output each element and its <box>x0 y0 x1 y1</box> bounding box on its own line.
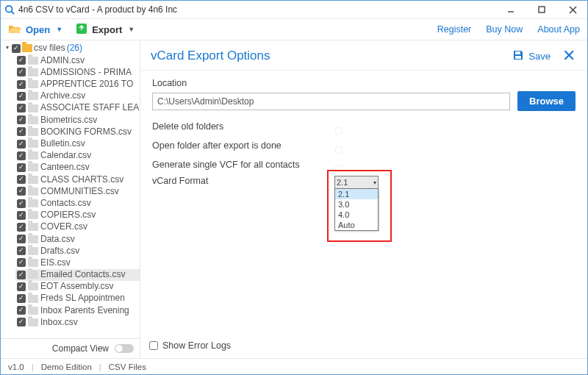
vcard-format-select[interactable]: 2.1 ▾ <box>334 176 379 189</box>
tree-item[interactable]: ADMIN.csv <box>15 54 140 66</box>
tree-root[interactable]: ▾ csv files (26) <box>1 42 140 54</box>
item-label: Contacts.csv <box>40 199 91 208</box>
item-label: BOOKING FORMS.csv <box>40 127 132 137</box>
buy-now-link[interactable]: Buy Now <box>486 24 523 35</box>
compact-view-label: Compact View <box>7 343 109 354</box>
item-checkbox[interactable] <box>17 199 26 208</box>
show-error-logs-checkbox[interactable] <box>149 341 158 350</box>
format-option[interactable]: 3.0 <box>335 199 378 210</box>
register-link[interactable]: Register <box>437 24 472 35</box>
export-icon <box>76 23 87 37</box>
folder-icon <box>28 307 38 315</box>
tree-item[interactable]: Archive.csv <box>15 90 140 102</box>
folder-icon <box>28 92 38 100</box>
folder-icon <box>28 259 38 267</box>
svg-point-0 <box>6 6 12 12</box>
item-checkbox[interactable] <box>17 163 26 172</box>
tree-item[interactable]: EIS.csv <box>15 257 140 268</box>
compact-view-row: Compact View <box>1 338 140 358</box>
folder-icon <box>28 128 38 136</box>
tree-item[interactable]: COMMUNITIES.csv <box>15 185 140 197</box>
item-label: Bulletin.csv <box>40 139 85 149</box>
collapse-icon[interactable]: ▾ <box>4 45 10 51</box>
item-label: Inbox Parents Evening <box>40 306 129 315</box>
item-checkbox[interactable] <box>17 223 26 232</box>
save-button[interactable]: Save <box>512 49 551 63</box>
item-checkbox[interactable] <box>17 211 26 220</box>
tree-item[interactable]: Bulletin.csv <box>15 138 140 150</box>
tree-item[interactable]: Drafts.csv <box>15 245 140 257</box>
item-checkbox[interactable] <box>17 140 26 149</box>
item-checkbox[interactable] <box>17 127 26 136</box>
item-label: ASSOCIATE STAFF LEA <box>40 103 139 113</box>
tree-item[interactable]: Biometrics.csv <box>15 114 140 126</box>
tree-item[interactable]: Data.csv <box>15 233 140 245</box>
folder-icon <box>28 247 38 255</box>
compact-view-toggle[interactable] <box>115 344 134 353</box>
folder-icon <box>28 282 38 290</box>
tree-item[interactable]: BOOKING FORMS.csv <box>15 126 140 138</box>
tree-item[interactable]: CLASS CHARTS.csv <box>15 174 140 185</box>
item-checkbox[interactable] <box>17 235 26 243</box>
folder-icon <box>28 295 38 303</box>
tree-item[interactable]: Emailed Contacts.csv <box>15 269 140 281</box>
single-vcf-label: Generate single VCF for all contacts <box>152 160 334 170</box>
tree-item[interactable]: APPRENTICE 2016 TO <box>15 79 140 90</box>
close-button[interactable] <box>562 2 583 17</box>
item-checkbox[interactable] <box>17 246 26 255</box>
item-checkbox[interactable] <box>17 68 26 76</box>
maximize-button[interactable] <box>531 2 552 17</box>
item-checkbox[interactable] <box>17 306 26 315</box>
item-checkbox[interactable] <box>17 294 26 303</box>
open-folder-label: Open folder after export is done <box>152 140 334 151</box>
location-input[interactable] <box>152 93 510 110</box>
item-checkbox[interactable] <box>17 282 26 291</box>
item-checkbox[interactable] <box>17 115 26 124</box>
folder-icon <box>28 104 38 113</box>
item-checkbox[interactable] <box>17 271 26 279</box>
about-link[interactable]: About App <box>537 24 580 35</box>
item-checkbox[interactable] <box>17 104 26 113</box>
open-menu-button[interactable]: Open ▼ <box>8 24 62 36</box>
tree-item[interactable]: ADMISSIONS - PRIMA <box>15 66 140 78</box>
minimize-button[interactable] <box>501 2 521 17</box>
format-option[interactable]: 2.1 <box>335 189 378 199</box>
vcard-format-dropdown: 2.13.04.0Auto <box>334 188 379 231</box>
export-menu-button[interactable]: Export ▼ <box>76 23 135 37</box>
item-checkbox[interactable] <box>17 258 26 267</box>
vcard-format-label: vCard Format <box>152 176 334 186</box>
folder-icon <box>28 235 38 243</box>
tree-item[interactable]: Freds SL Appointmen <box>15 293 140 304</box>
browse-button[interactable]: Browse <box>517 91 576 111</box>
tree-item[interactable]: COVER.csv <box>15 221 140 233</box>
item-checkbox[interactable] <box>17 56 26 65</box>
folder-icon <box>28 188 38 196</box>
item-checkbox[interactable] <box>17 175 26 184</box>
window-title: 4n6 CSV to vCard - A product by 4n6 Inc <box>18 4 501 15</box>
folder-icon <box>28 68 38 76</box>
panel-close-button[interactable]: ✕ <box>561 46 577 65</box>
app-window: 4n6 CSV to vCard - A product by 4n6 Inc … <box>0 0 588 375</box>
item-checkbox[interactable] <box>17 92 26 101</box>
tree-item[interactable]: Inbox Parents Evening <box>15 304 140 316</box>
item-checkbox[interactable] <box>17 187 26 196</box>
tree-item[interactable]: Canteen.csv <box>15 162 140 174</box>
item-checkbox[interactable] <box>17 151 26 160</box>
tree-item[interactable]: Inbox.csv <box>15 316 140 328</box>
tree-item[interactable]: EOT Assembly.csv <box>15 281 140 293</box>
item-checkbox[interactable] <box>17 80 26 89</box>
item-checkbox[interactable] <box>17 318 26 326</box>
save-label: Save <box>528 51 551 62</box>
tree-item[interactable]: Calendar.csv <box>15 150 140 162</box>
tree-item[interactable]: COPIERS.csv <box>15 210 140 221</box>
folder-icon <box>28 318 38 326</box>
format-option[interactable]: Auto <box>335 220 378 230</box>
root-checkbox[interactable] <box>12 44 21 53</box>
item-label: Archive.csv <box>40 91 85 101</box>
format-option[interactable]: 4.0 <box>335 210 378 220</box>
svg-rect-3 <box>539 7 545 12</box>
tree-item[interactable]: ASSOCIATE STAFF LEA <box>15 102 140 114</box>
tree-item[interactable]: Contacts.csv <box>15 197 140 209</box>
item-label: ADMIN.csv <box>40 56 85 65</box>
item-label: ADMISSIONS - PRIMA <box>40 68 132 77</box>
